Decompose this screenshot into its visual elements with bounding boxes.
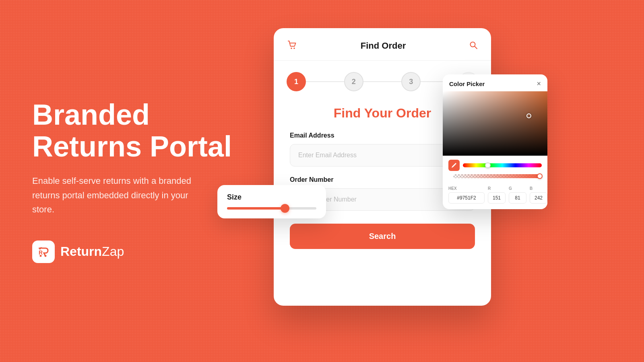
hero-title: Branded Returns Portal [32, 99, 242, 162]
brand-name: ReturnZap [60, 244, 124, 259]
portal-header: Find Order [274, 28, 491, 61]
alpha-slider[interactable] [453, 174, 542, 178]
b-group: B [530, 186, 547, 204]
brand-icon: R [32, 241, 55, 263]
hero-subtitle: Enable self-serve returns with a branded… [32, 174, 201, 216]
hex-label: HEX [448, 186, 485, 191]
r-group: R [488, 186, 506, 204]
cp-gradient[interactable] [443, 91, 547, 156]
cp-title: Color Picker [449, 80, 485, 87]
brand-logo: R ReturnZap [32, 241, 242, 263]
search-button[interactable]: Search [290, 224, 475, 249]
color-picker-card: Color Picker × HEX [443, 74, 547, 209]
r-input[interactable] [488, 192, 506, 204]
size-card: Size [217, 185, 326, 218]
pencil-button[interactable] [448, 160, 460, 171]
close-icon[interactable]: × [537, 80, 541, 87]
slider-track [227, 207, 316, 210]
search-icon[interactable] [469, 40, 478, 51]
hex-input[interactable] [448, 192, 485, 204]
hex-group: HEX [448, 186, 485, 204]
svg-point-4 [291, 47, 292, 49]
cp-selector [526, 113, 531, 118]
cp-hue-row [448, 160, 542, 171]
slider-thumb[interactable] [281, 204, 289, 213]
svg-point-5 [293, 47, 295, 49]
alpha-thumb [537, 173, 543, 179]
step-1[interactable]: 1 [287, 72, 306, 91]
step-connector-2 [363, 81, 402, 82]
cp-sliders [443, 156, 547, 185]
cp-values: HEX R G B [443, 185, 547, 209]
g-group: G [509, 186, 526, 204]
step-2[interactable]: 2 [344, 72, 363, 91]
hue-thumb [485, 162, 491, 168]
g-input[interactable] [509, 192, 526, 204]
r-label: R [488, 186, 506, 191]
cp-header: Color Picker × [443, 74, 547, 91]
size-label: Size [227, 193, 316, 202]
svg-line-7 [475, 46, 477, 49]
b-input[interactable] [530, 192, 547, 204]
svg-text:R: R [39, 249, 43, 256]
portal-title: Find Order [361, 41, 406, 51]
svg-point-1 [45, 255, 47, 257]
left-panel: Branded Returns Portal Enable self-serve… [32, 0, 242, 362]
step-connector-1 [306, 81, 344, 82]
cart-icon [287, 39, 298, 52]
b-label: B [530, 186, 547, 191]
g-label: G [509, 186, 526, 191]
cp-alpha-row [448, 174, 542, 178]
hue-slider[interactable] [463, 163, 542, 167]
step-3[interactable]: 3 [401, 72, 421, 91]
